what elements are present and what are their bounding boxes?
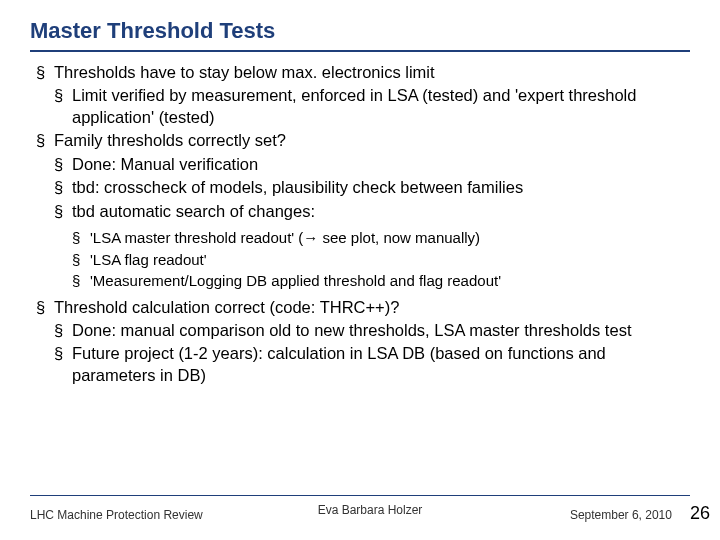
bullet-l1: Threshold calculation correct (code: THR… [36,297,690,318]
footer-rule [30,495,690,496]
footer-date: September 6, 2010 [570,508,672,522]
bullet-l1: Family thresholds correctly set? [36,130,690,151]
slide-body: Thresholds have to stay below max. elect… [30,62,690,386]
bullet-l2: Done: Manual verification [54,154,690,175]
footer: LHC Machine Protection Review Eva Barbar… [30,503,710,524]
bullet-l1: Thresholds have to stay below max. elect… [36,62,690,83]
bullet-l2: Future project (1-2 years): calculation … [54,343,690,386]
bullet-l3: 'Measurement/Logging DB applied threshol… [72,271,690,291]
bullet-l2: tbd: crosscheck of models, plausibility … [54,177,690,198]
footer-left: LHC Machine Protection Review [30,508,203,522]
bullet-l2: tbd automatic search of changes: [54,201,690,222]
bullet-l2: Done: manual comparison old to new thres… [54,320,690,341]
bullet-l3: 'LSA master threshold readout' (→ see pl… [72,228,690,248]
page-number: 26 [690,503,710,524]
slide-title: Master Threshold Tests [30,18,690,44]
title-rule [30,50,690,52]
bullet-l2: Limit verified by measurement, enforced … [54,85,690,128]
bullet-l3: 'LSA flag readout' [72,250,690,270]
